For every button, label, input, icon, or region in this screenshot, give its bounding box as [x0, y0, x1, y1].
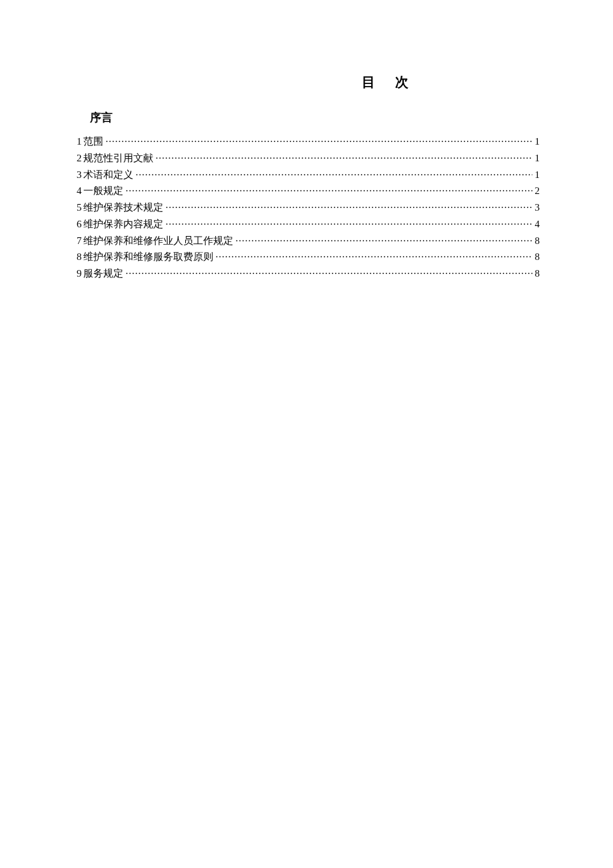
toc-entry: 6 维护保养内容规定 4 [77, 216, 540, 233]
toc-entry-label: 维护保养技术规定 [83, 199, 163, 216]
toc-entry-page: 8 [535, 265, 540, 282]
toc-entry: 9 服务规定 8 [77, 265, 540, 282]
toc-entry-page: 8 [535, 249, 540, 265]
toc-leader-dots [166, 199, 532, 216]
toc-entry-number: 5 [77, 199, 82, 216]
toc-entry: 2 规范性引用文献 1 [77, 150, 540, 167]
toc-entry-page: 8 [535, 233, 540, 249]
toc-entry-page: 1 [535, 150, 540, 167]
toc-entry: 7 维护保养和维修作业人员工作规定 8 [77, 233, 540, 249]
toc-entry-label: 维护保养和维修作业人员工作规定 [83, 233, 233, 249]
toc-leader-dots [126, 265, 532, 282]
toc-entry: 1 范围 1 [77, 133, 540, 150]
toc-entry-number: 9 [77, 265, 82, 282]
toc-leader-dots [126, 183, 532, 199]
toc-entry-label: 范围 [83, 133, 103, 150]
toc-entry-number: 3 [77, 167, 82, 183]
toc-entry-page: 3 [535, 199, 540, 216]
toc-entry-label: 维护保养内容规定 [83, 216, 163, 233]
toc-leader-dots [106, 133, 532, 150]
toc-entry-number: 4 [77, 183, 82, 199]
toc-entry-page: 4 [535, 216, 540, 233]
toc-leader-dots [166, 216, 532, 233]
toc-entry-page: 2 [535, 183, 540, 199]
toc-list: 1 范围 1 2 规范性引用文献 1 3 术语和定义 1 4 一般规定 2 5 … [77, 133, 540, 282]
toc-title: 目次 [77, 73, 540, 91]
toc-entry-label: 一般规定 [83, 183, 123, 199]
toc-entry-label: 服务规定 [83, 265, 123, 282]
toc-entry-label: 规范性引用文献 [83, 150, 153, 167]
toc-entry: 5 维护保养技术规定 3 [77, 199, 540, 216]
preface-label: 序言 [90, 110, 540, 125]
toc-entry-page: 1 [535, 167, 540, 183]
toc-entry-label: 术语和定义 [83, 167, 133, 183]
toc-entry: 3 术语和定义 1 [77, 167, 540, 183]
toc-entry: 8 维护保养和维修服务取费原则 8 [77, 249, 540, 265]
toc-entry-page: 1 [535, 133, 540, 150]
toc-leader-dots [156, 150, 532, 167]
toc-entry-label: 维护保养和维修服务取费原则 [83, 249, 213, 265]
toc-leader-dots [216, 249, 532, 265]
toc-entry-number: 2 [77, 150, 82, 167]
toc-entry: 4 一般规定 2 [77, 183, 540, 199]
toc-entry-number: 6 [77, 216, 82, 233]
toc-entry-number: 1 [77, 133, 82, 150]
toc-entry-number: 8 [77, 249, 82, 265]
toc-leader-dots [136, 167, 532, 183]
toc-entry-number: 7 [77, 233, 82, 249]
toc-leader-dots [236, 233, 532, 249]
